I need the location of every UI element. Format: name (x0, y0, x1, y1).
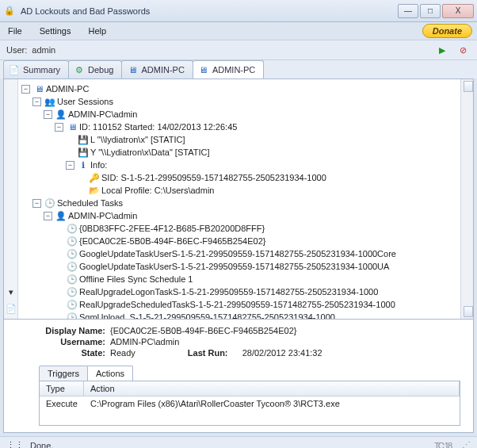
state-label: State: (39, 348, 105, 358)
node-label: GoogleUpdateTaskUserS-1-5-21-299509559-1… (79, 247, 396, 260)
computer-icon: 🖥 (198, 64, 209, 75)
left-gutter: ▾ 📄 (4, 79, 18, 319)
tab-label: Summary (23, 65, 60, 75)
tab-label: ADMIN-PC (141, 65, 184, 75)
status-grip-left: ⋮⋮ (6, 440, 24, 448)
arrow-down-icon[interactable]: ▾ (9, 287, 13, 297)
resize-grip[interactable]: ⋰ (462, 440, 471, 448)
grid-row[interactable]: ExecuteC:\Program Files (x86)\Atari\Roll… (40, 396, 460, 411)
tree-node-scheduled-tasks[interactable]: −🕒Scheduled Tasks (32, 197, 459, 209)
tree-node-user[interactable]: −👤ADMIN-PC\admin (44, 108, 459, 121)
col-type[interactable]: Type (40, 381, 84, 396)
expander-icon[interactable]: − (66, 161, 74, 170)
node-label: Y "\\Lydiatron\x\Data" [STATIC] (90, 146, 209, 159)
info-icon: ℹ (78, 159, 89, 170)
detail-subtabs: Triggers Actions (39, 366, 460, 381)
actions-grid: Type Action ExecuteC:\Program Files (x86… (39, 381, 460, 426)
user-icon: 👤 (55, 210, 67, 221)
clock-icon: 🕒 (67, 223, 78, 234)
node-label: User Sessions (57, 95, 113, 108)
tab-debug[interactable]: ⚙Debug (68, 60, 122, 78)
tree-view[interactable]: −🖥ADMIN-PC −👥User Sessions −👤ADMIN-PC\ad… (18, 79, 460, 319)
node-label: RealUpgradeScheduledTaskS-1-5-21-2995095… (79, 298, 395, 311)
node-label: L "\\lydiatron\x" [STATIC] (90, 133, 185, 146)
tree-node-user-sessions[interactable]: −👥User Sessions (32, 95, 459, 108)
monitor-icon: 🖥 (67, 121, 78, 132)
vertical-scrollbar[interactable] (460, 79, 473, 319)
tree-node-task[interactable]: 🕒{0BD83FFC-2FEE-4F12-B685-FB20200D8FFF} (55, 222, 459, 235)
clock-icon: 🕒 (67, 248, 78, 259)
app-icon: 🔒 (3, 5, 16, 17)
grid-body: ExecuteC:\Program Files (x86)\Atari\Roll… (40, 396, 460, 425)
last-run-value: 28/02/2012 23:41:32 (242, 348, 322, 358)
clock-icon: 🕒 (67, 235, 78, 247)
cell-action: C:\Program Files (x86)\Atari\RollerCoast… (84, 399, 460, 408)
details-pane: Display Name:{E0CA0C2E-5B0B-494F-B6EC-F9… (3, 320, 474, 433)
menubar: File Settings Help Donate (0, 22, 477, 40)
subtab-actions[interactable]: Actions (87, 366, 133, 381)
play-button[interactable]: ▶ (434, 42, 450, 58)
expander-icon[interactable]: − (32, 98, 41, 106)
expander-icon[interactable]: − (32, 199, 41, 208)
user-value: admin (32, 45, 55, 55)
main-pane: ▾ 📄 −🖥ADMIN-PC −👥User Sessions −👤ADMIN-P… (3, 78, 474, 320)
expander-icon[interactable]: − (44, 110, 52, 119)
disk-icon: 💾 (78, 134, 89, 145)
tree-node-task[interactable]: 🕒RealUpgradeLogonTaskS-1-5-21-299509559-… (55, 285, 459, 298)
tree-node-drive-l[interactable]: 💾L "\\lydiatron\x" [STATIC] (66, 133, 459, 146)
stop-button[interactable]: ⊘ (455, 42, 471, 58)
tree-node-root[interactable]: −🖥ADMIN-PC (21, 82, 459, 95)
node-label: GoogleUpdateTaskUserS-1-5-21-299509559-1… (79, 260, 389, 273)
tab-summary[interactable]: 📄Summary (3, 60, 69, 78)
minimize-button[interactable]: — (398, 4, 418, 18)
report-icon: 📄 (9, 64, 20, 75)
tree-node-drive-y[interactable]: 💾Y "\\Lydiatron\x\Data" [STATIC] (66, 146, 459, 159)
tree-node-task[interactable]: 🕒GoogleUpdateTaskUserS-1-5-21-299509559-… (55, 260, 459, 273)
clock-icon: 🕒 (44, 197, 55, 209)
col-action[interactable]: Action (84, 381, 460, 396)
clock-icon: 🕒 (67, 261, 78, 272)
tree-node-task[interactable]: 🕒Offline Files Sync Schedule 1 (55, 273, 459, 285)
close-button[interactable]: X (442, 4, 474, 18)
disk-icon: 💾 (78, 147, 89, 158)
expander-icon[interactable]: − (44, 212, 52, 220)
tree-node-sid[interactable]: 🔑SID: S-1-5-21-299509559-1571482755-2505… (77, 171, 459, 184)
menu-help[interactable]: Help (85, 25, 109, 37)
tree-node-user[interactable]: −👤ADMIN-PC\admin (44, 209, 459, 222)
tree-node-info[interactable]: −ℹInfo: (66, 159, 459, 171)
maximize-button[interactable]: □ (420, 4, 441, 18)
tree-node-session[interactable]: −🖥ID: 110152 Started: 14/02/2013 12:26:4… (55, 121, 459, 133)
copy-icon[interactable]: 📄 (6, 304, 17, 314)
expander-icon[interactable]: − (21, 85, 30, 94)
tree-node-task[interactable]: 🕒GoogleUpdateTaskUserS-1-5-21-299509559-… (55, 247, 459, 260)
grid-header: Type Action (40, 381, 460, 396)
menu-settings[interactable]: Settings (36, 25, 74, 37)
tree-node-task[interactable]: 🕒{E0CA0C2E-5B0B-494F-B6EC-F9465B254E02} (55, 235, 459, 247)
expander-icon[interactable]: − (55, 123, 63, 132)
user-icon: 👤 (55, 109, 67, 120)
status-text: Done. (30, 441, 53, 449)
subtab-triggers[interactable]: Triggers (39, 366, 88, 381)
tree-node-task[interactable]: 🕒SqmUpload_S-1-5-21-299509559-1571482755… (55, 311, 459, 319)
tab-admin-pc-1[interactable]: 🖥ADMIN-PC (121, 60, 193, 78)
display-name-value: {E0CA0C2E-5B0B-494F-B6EC-F9465B254E02} (110, 326, 296, 335)
menu-file[interactable]: File (5, 25, 25, 37)
user-label: User: (6, 45, 27, 55)
tree-node-profile[interactable]: 📂Local Profile: C:\Users\admin (77, 184, 459, 197)
user-row: User: admin ▶ ⊘ (0, 40, 477, 60)
node-label: ADMIN-PC\admin (68, 108, 137, 121)
node-label: ID: 110152 Started: 14/02/2013 12:26:45 (79, 121, 237, 133)
state-value: Ready (110, 348, 135, 358)
clock-icon: 🕒 (67, 312, 78, 319)
cell-type: Execute (40, 399, 84, 408)
key-icon: 🔑 (89, 172, 100, 183)
users-icon: 👥 (44, 96, 55, 107)
tab-admin-pc-2[interactable]: 🖥ADMIN-PC (193, 60, 264, 78)
clock-icon: 🕒 (67, 274, 78, 285)
tree-node-task[interactable]: 🕒RealUpgradeScheduledTaskS-1-5-21-299509… (55, 298, 459, 311)
folder-icon: 📂 (89, 185, 100, 196)
node-label: Info: (90, 159, 107, 171)
node-label: {0BD83FFC-2FEE-4F12-B685-FB20200D8FFF} (79, 222, 265, 235)
username-value: ADMIN-PC\admin (110, 337, 179, 347)
donate-button[interactable]: Donate (422, 24, 472, 38)
